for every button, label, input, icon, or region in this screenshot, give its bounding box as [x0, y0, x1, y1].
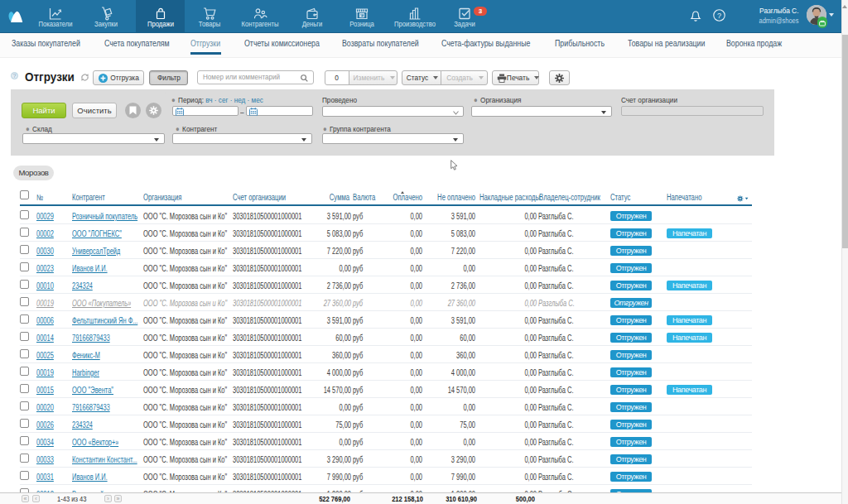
svg-text:?: ? — [717, 12, 721, 20]
